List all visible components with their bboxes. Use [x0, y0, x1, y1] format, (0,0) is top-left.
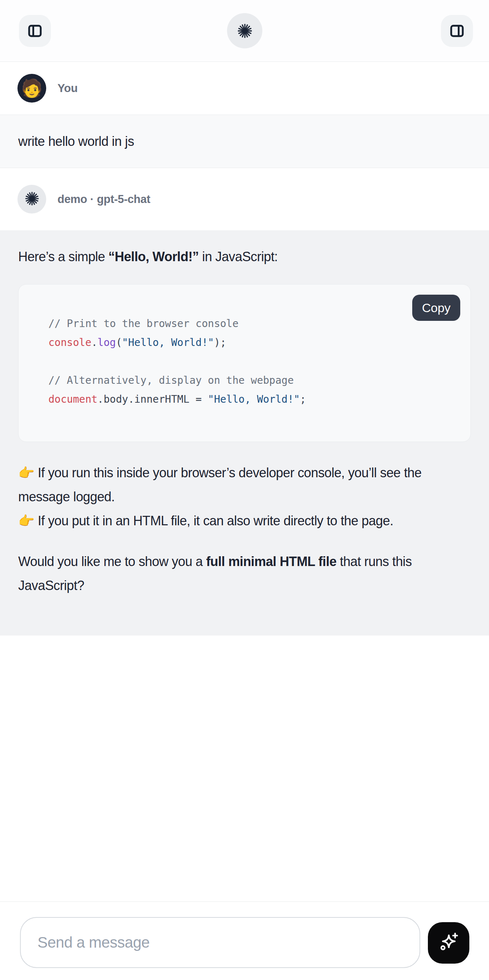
model-badge-button[interactable]	[227, 13, 262, 48]
code-token: "Hello, World!"	[122, 336, 214, 348]
user-avatar: 🧑	[18, 74, 46, 103]
code-token: );	[214, 336, 226, 348]
code-block: Copy // Print to the browser console con…	[18, 284, 471, 442]
sparkle-icon	[437, 931, 460, 955]
assistant-question-paragraph: Would you like me to show you a full min…	[18, 550, 464, 598]
tip-line: 👉 If you run this inside your browser’s …	[18, 465, 421, 504]
copy-code-button[interactable]: Copy	[412, 295, 460, 321]
assistant-message-body: Here’s a simple “Hello, World!” in JavaS…	[0, 230, 489, 635]
assistant-sender-label: demo · gpt-5-chat	[57, 193, 150, 206]
tip-line: 👉 If you put it in an HTML file, it can …	[18, 513, 393, 528]
composer-bar	[0, 901, 489, 980]
code-content: // Print to the browser console console.…	[19, 285, 470, 409]
assistant-intro-paragraph: Here’s a simple “Hello, World!” in JavaS…	[18, 245, 464, 269]
code-token: .body.innerHTML	[97, 393, 190, 405]
chat-app: 🧑 You write hello world in js	[0, 0, 489, 980]
user-sender-label: You	[57, 82, 78, 95]
panel-right-icon	[449, 22, 465, 39]
user-message-text: write hello world in js	[18, 134, 134, 149]
user-avatar-emoji: 🧑	[21, 80, 43, 97]
message-input[interactable]	[20, 917, 420, 968]
code-token: console	[48, 336, 91, 348]
user-message: 🧑 You write hello world in js	[0, 62, 489, 168]
code-token: document	[48, 393, 97, 405]
code-token: log	[97, 336, 116, 348]
user-message-band: write hello world in js	[0, 115, 489, 168]
assistant-message: demo · gpt-5-chat Here’s a simple “Hello…	[0, 168, 489, 635]
starburst-icon	[24, 191, 40, 208]
assistant-tips-paragraph: 👉 If you run this inside your browser’s …	[18, 461, 464, 533]
code-token: ;	[300, 393, 306, 405]
code-token: (	[116, 336, 122, 348]
code-comment: // Alternatively, display on the webpage	[48, 374, 294, 386]
code-comment: // Print to the browser console	[48, 318, 239, 329]
toggle-left-sidebar-button[interactable]	[19, 15, 51, 47]
question-bold: full minimal HTML file	[206, 554, 336, 569]
code-token: .	[91, 336, 97, 348]
assistant-message-header: demo · gpt-5-chat	[0, 168, 489, 230]
send-button[interactable]	[428, 922, 469, 964]
starburst-icon	[236, 22, 253, 39]
code-token: =	[190, 393, 208, 405]
assistant-avatar	[18, 185, 46, 213]
intro-suffix: in JavaScript:	[199, 249, 278, 264]
user-message-header: 🧑 You	[0, 62, 489, 115]
intro-bold: “Hello, World!”	[108, 249, 199, 264]
toggle-right-panel-button[interactable]	[441, 15, 473, 47]
panel-left-icon	[27, 22, 43, 39]
intro-prefix: Here’s a simple	[18, 249, 108, 264]
question-prefix: Would you like me to show you a	[18, 554, 206, 569]
top-bar	[0, 0, 489, 62]
code-token: "Hello, World!"	[208, 393, 300, 405]
